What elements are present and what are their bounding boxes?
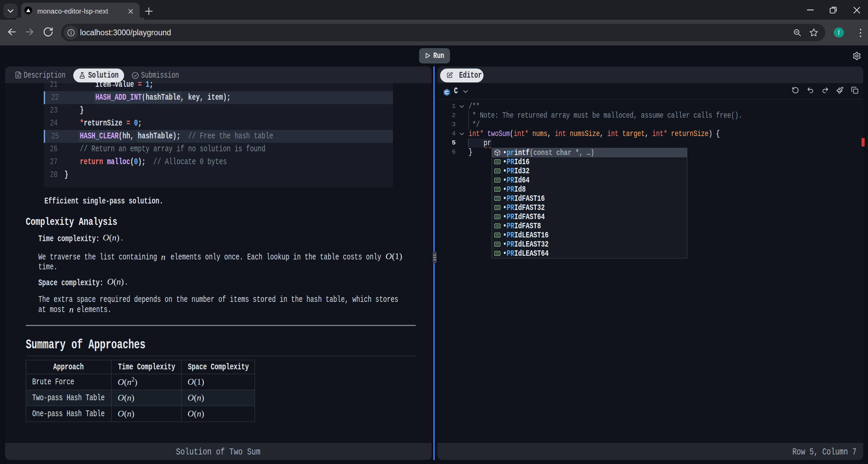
svg-text:C: C — [445, 90, 449, 95]
